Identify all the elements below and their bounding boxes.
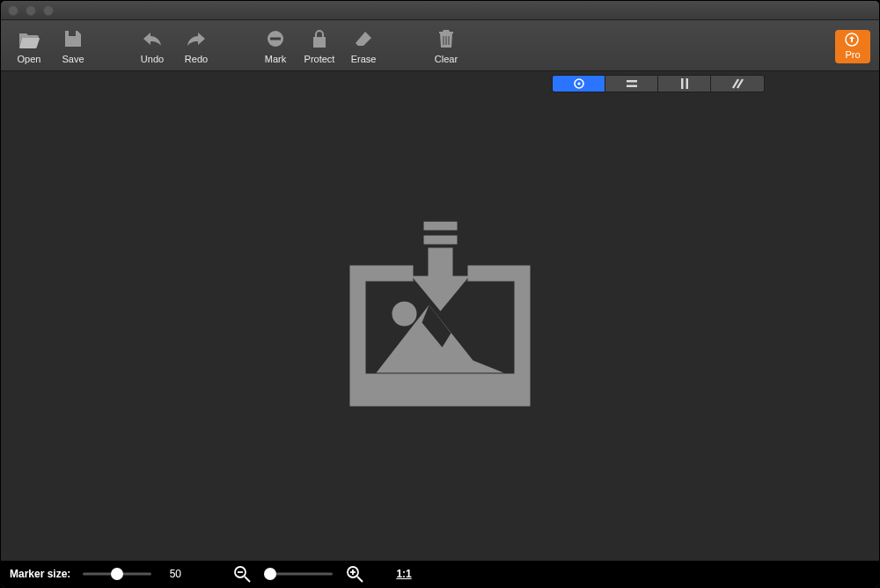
- svg-rect-6: [627, 85, 637, 88]
- clear-label: Clear: [435, 54, 458, 64]
- zoom-slider[interactable]: [264, 568, 333, 580]
- svg-rect-13: [424, 236, 458, 245]
- erase-label: Erase: [351, 54, 377, 64]
- save-label: Save: [62, 54, 84, 64]
- zoom-out-icon: [233, 565, 251, 583]
- pro-button[interactable]: Pro: [835, 30, 870, 63]
- svg-point-4: [577, 82, 580, 85]
- upload-circle-icon: [845, 33, 861, 48]
- canvas-area[interactable]: [1, 71, 879, 561]
- svg-rect-1: [270, 37, 281, 40]
- actual-size-label: 1:1: [396, 568, 411, 580]
- diagonal-lines-icon: [730, 77, 744, 90]
- redo-label: Redo: [185, 54, 208, 64]
- mark-label: Mark: [265, 54, 286, 64]
- open-button[interactable]: Open: [10, 27, 48, 64]
- view-mode-diagonal[interactable]: [711, 76, 764, 92]
- svg-rect-7: [681, 78, 684, 89]
- status-bar: Marker size: 50 1:1: [1, 561, 879, 587]
- lock-icon: [308, 27, 331, 50]
- mark-button[interactable]: Mark: [256, 27, 295, 64]
- image-drop-icon: [341, 222, 539, 411]
- close-window-button[interactable]: [8, 5, 18, 16]
- marker-size-slider[interactable]: [83, 568, 151, 580]
- minus-circle-icon: [264, 27, 287, 50]
- main-toolbar: Open Save Undo Redo: [1, 20, 879, 71]
- view-mode-original[interactable]: [553, 76, 605, 92]
- svg-line-20: [245, 577, 250, 582]
- svg-rect-8: [686, 78, 688, 89]
- view-mode-vertical[interactable]: [658, 76, 711, 92]
- floppy-disk-icon: [62, 27, 84, 50]
- marker-size-label: Marker size:: [10, 568, 70, 580]
- view-mode-horizontal[interactable]: [605, 76, 658, 92]
- protect-label: Protect: [304, 54, 335, 64]
- zoom-window-button[interactable]: [43, 5, 54, 16]
- redo-button[interactable]: Redo: [177, 27, 216, 64]
- protect-button[interactable]: Protect: [300, 27, 339, 64]
- clear-button[interactable]: Clear: [427, 27, 466, 64]
- app-window: Open Save Undo Redo: [0, 0, 880, 588]
- redo-arrow-icon: [185, 27, 208, 50]
- drop-image-placeholder[interactable]: [341, 222, 539, 411]
- undo-arrow-icon: [141, 27, 164, 50]
- trash-icon: [435, 27, 458, 50]
- svg-rect-5: [627, 80, 637, 83]
- undo-label: Undo: [141, 54, 164, 64]
- pro-label: Pro: [845, 49, 860, 60]
- eraser-icon: [352, 27, 375, 50]
- titlebar: [1, 1, 879, 20]
- circle-target-icon: [573, 77, 585, 90]
- folder-open-icon: [18, 27, 40, 50]
- svg-rect-12: [424, 222, 458, 231]
- svg-line-23: [357, 577, 363, 582]
- save-button[interactable]: Save: [54, 27, 92, 64]
- minimize-window-button[interactable]: [26, 5, 36, 16]
- zoom-out-button[interactable]: [232, 564, 252, 584]
- svg-point-16: [392, 302, 417, 327]
- zoom-in-button[interactable]: [345, 564, 364, 584]
- marker-size-value: 50: [164, 568, 187, 580]
- zoom-in-icon: [346, 565, 363, 583]
- actual-size-button[interactable]: 1:1: [396, 564, 411, 584]
- view-mode-segmented: [552, 75, 765, 92]
- erase-button[interactable]: Erase: [344, 27, 383, 64]
- undo-button[interactable]: Undo: [133, 27, 172, 64]
- equals-icon: [626, 78, 638, 89]
- open-label: Open: [18, 54, 41, 64]
- pause-bars-icon: [679, 77, 690, 90]
